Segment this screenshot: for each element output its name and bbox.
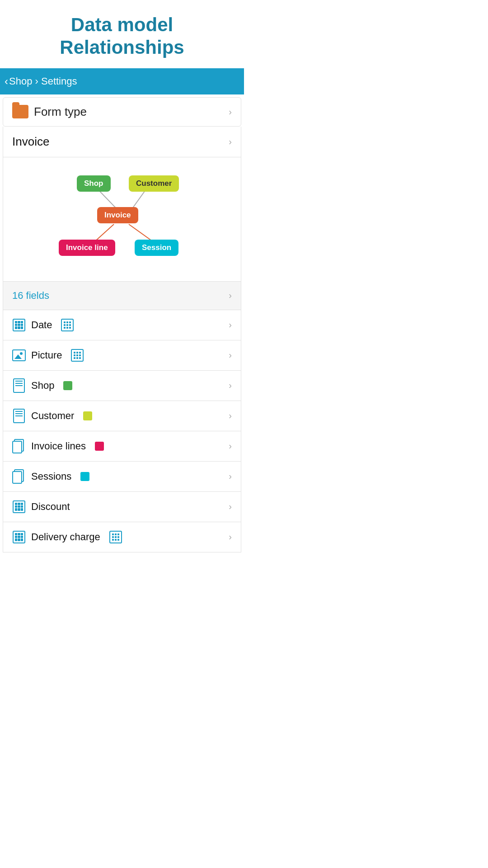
calendar-icon-discount <box>13 500 25 513</box>
folder-icon <box>12 105 28 118</box>
sessions-label: Sessions <box>31 471 71 482</box>
shop-folder-badge <box>63 381 72 390</box>
form-type-chevron: › <box>229 107 232 117</box>
fields-row[interactable]: 16 fields › <box>3 282 241 310</box>
invoice-chevron: › <box>229 137 232 147</box>
customer-chevron: › <box>229 410 232 421</box>
calendar-icon-delivery <box>13 531 25 543</box>
list-item-picture[interactable]: Picture › <box>3 340 241 371</box>
page-title: Data model Relationships <box>9 14 235 59</box>
picture-label: Picture <box>31 349 62 361</box>
sessions-chevron: › <box>229 471 232 481</box>
list-item-delivery-charge[interactable]: Delivery charge › <box>3 522 241 552</box>
date-label: Date <box>31 319 52 331</box>
list-item-invoice-lines[interactable]: Invoice lines › <box>3 431 241 462</box>
discount-item-icon <box>12 499 26 514</box>
invoice-lines-folder-badge <box>95 442 104 451</box>
delivery-charge-label: Delivery charge <box>31 531 100 543</box>
node-shop: Shop <box>77 175 111 192</box>
discount-label: Discount <box>31 501 70 513</box>
back-button[interactable]: ‹ <box>5 75 8 88</box>
invoice-label: Invoice <box>12 135 49 149</box>
delivery-charge-item-icon <box>12 529 26 545</box>
delivery-charge-chevron: › <box>229 532 232 542</box>
page-title-section: Data model Relationships <box>0 0 244 68</box>
sessions-item-icon <box>12 469 26 484</box>
node-invoice-line: Invoice line <box>59 240 115 256</box>
multi-doc-icon-invoice-lines <box>12 439 26 453</box>
invoice-lines-item-icon <box>12 439 26 454</box>
sessions-folder-badge <box>80 472 89 481</box>
invoice-row[interactable]: Invoice › <box>3 127 241 157</box>
shop-label: Shop <box>31 380 54 392</box>
svg-line-2 <box>95 224 114 241</box>
doc-icon-customer <box>13 409 25 423</box>
customer-item-icon <box>12 408 26 424</box>
node-customer: Customer <box>129 175 179 192</box>
form-type-label: Form type <box>34 105 87 119</box>
fields-chevron: › <box>229 290 232 301</box>
svg-line-3 <box>129 224 153 241</box>
list-item-customer[interactable]: Customer › <box>3 401 241 431</box>
picture-badge-icon <box>71 349 84 362</box>
date-icon <box>12 317 26 333</box>
date-chevron: › <box>229 320 232 330</box>
shop-chevron: › <box>229 380 232 391</box>
date-badge-icon <box>61 319 74 331</box>
customer-label: Customer <box>31 410 74 422</box>
breadcrumb: Shop › Settings <box>9 75 77 87</box>
picture-chevron: › <box>229 350 232 360</box>
list-item-sessions[interactable]: Sessions › <box>3 462 241 492</box>
list-item-shop[interactable]: Shop › <box>3 371 241 401</box>
image-icon <box>12 349 26 361</box>
invoice-lines-chevron: › <box>229 441 232 451</box>
node-invoice: Invoice <box>97 207 138 223</box>
multi-doc-icon-sessions <box>12 469 26 484</box>
delivery-charge-badge-icon <box>109 531 122 543</box>
discount-chevron: › <box>229 501 232 512</box>
fields-label: 16 fields <box>12 290 49 302</box>
picture-icon <box>12 348 26 363</box>
diagram-section: Shop Customer Invoice Invoice line Sessi… <box>3 157 241 282</box>
form-type-row[interactable]: Form type › <box>3 97 241 127</box>
form-type-left: Form type <box>12 105 87 119</box>
customer-folder-badge <box>83 411 92 420</box>
doc-icon-shop <box>13 378 25 393</box>
list-item-discount[interactable]: Discount › <box>3 492 241 522</box>
breadcrumb-bar: ‹ Shop › Settings <box>0 68 244 94</box>
calendar-icon <box>13 319 25 331</box>
invoice-lines-label: Invoice lines <box>31 440 86 452</box>
diagram-container: Shop Customer Invoice Invoice line Sessi… <box>41 166 203 270</box>
shop-item-icon <box>12 378 26 393</box>
node-session: Session <box>135 240 178 256</box>
content-area: Form type › Invoice › Shop Customer In <box>0 97 244 552</box>
list-item-date[interactable]: Date › <box>3 310 241 340</box>
